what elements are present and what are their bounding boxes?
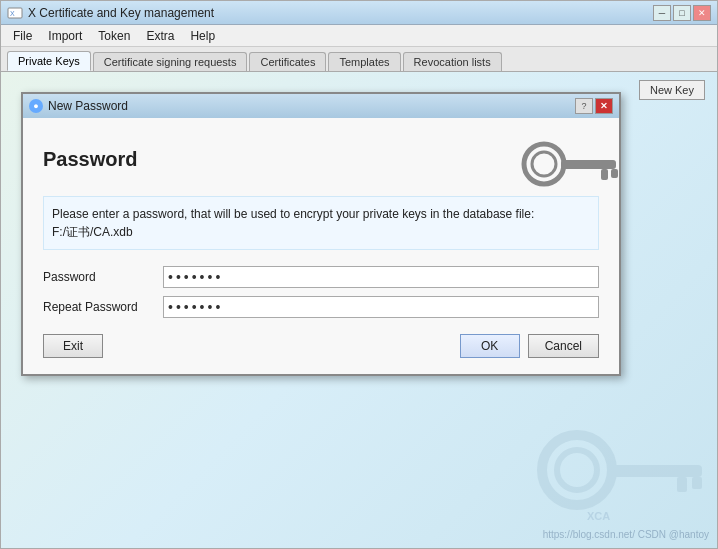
ok-button[interactable]: OK — [460, 334, 520, 358]
password-row: Password — [43, 266, 599, 288]
repeat-password-input[interactable] — [163, 296, 599, 318]
cancel-button[interactable]: Cancel — [528, 334, 599, 358]
title-bar: X X Certificate and Key management ─ □ ✕ — [1, 1, 717, 25]
svg-point-8 — [524, 144, 564, 184]
dialog-description: Please enter a password, that will be us… — [43, 196, 599, 250]
repeat-password-label: Repeat Password — [43, 300, 163, 314]
exit-button[interactable]: Exit — [43, 334, 103, 358]
tab-templates[interactable]: Templates — [328, 52, 400, 71]
menu-file[interactable]: File — [5, 27, 40, 45]
maximize-button[interactable]: □ — [673, 5, 691, 21]
dialog-heading: Password — [43, 148, 137, 171]
menu-help[interactable]: Help — [182, 27, 223, 45]
svg-rect-12 — [611, 169, 618, 178]
repeat-password-row: Repeat Password — [43, 296, 599, 318]
svg-text:X: X — [10, 10, 15, 17]
window-close-button[interactable]: ✕ — [693, 5, 711, 21]
tab-bar: Private Keys Certificate signing request… — [1, 47, 717, 72]
tab-csr[interactable]: Certificate signing requests — [93, 52, 248, 71]
menu-bar: File Import Token Extra Help — [1, 25, 717, 47]
dialog-title-text: New Password — [48, 99, 128, 113]
password-input[interactable] — [163, 266, 599, 288]
password-label: Password — [43, 270, 163, 284]
dialog-header-row: Password — [43, 134, 599, 184]
menu-extra[interactable]: Extra — [138, 27, 182, 45]
dialog-title-bar: ● New Password ? ✕ — [23, 94, 619, 118]
main-window: X X Certificate and Key management ─ □ ✕… — [0, 0, 718, 549]
svg-point-9 — [532, 152, 556, 176]
dialog-close-button[interactable]: ✕ — [595, 98, 613, 114]
ok-cancel-group: OK Cancel — [460, 334, 599, 358]
dialog-desc-text: Please enter a password, that will be us… — [52, 207, 534, 239]
dialog-title-icon: ● — [29, 99, 43, 113]
menu-token[interactable]: Token — [90, 27, 138, 45]
dialog-help-button[interactable]: ? — [575, 98, 593, 114]
menu-import[interactable]: Import — [40, 27, 90, 45]
svg-rect-11 — [601, 169, 608, 180]
window-title: X Certificate and Key management — [28, 6, 214, 20]
minimize-button[interactable]: ─ — [653, 5, 671, 21]
tab-revocation[interactable]: Revocation lists — [403, 52, 502, 71]
content-area: New Key XCA ● — [1, 72, 717, 548]
svg-rect-10 — [561, 160, 616, 169]
new-password-dialog: ● New Password ? ✕ Password — [21, 92, 621, 376]
key-icon — [519, 134, 599, 184]
dialog-overlay: ● New Password ? ✕ Password — [1, 72, 717, 548]
dialog-body: Password — [23, 118, 619, 374]
dialog-buttons: Exit OK Cancel — [43, 334, 599, 358]
tab-private-keys[interactable]: Private Keys — [7, 51, 91, 71]
tab-certificates[interactable]: Certificates — [249, 52, 326, 71]
app-icon: X — [7, 5, 23, 21]
